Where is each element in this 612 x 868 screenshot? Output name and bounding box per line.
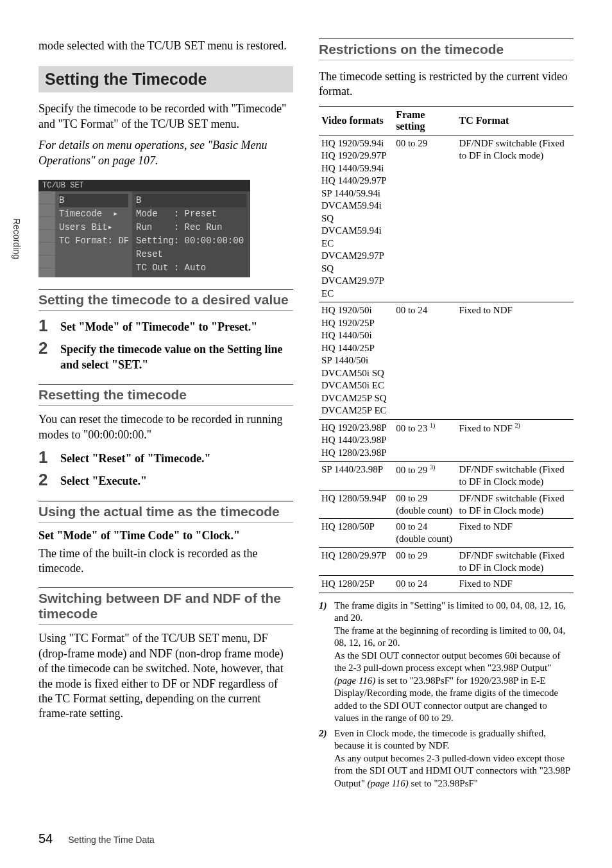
table-row: HQ 1280/50P00 to 24 (double count)Fixed … <box>319 519 574 548</box>
footnote-key: 2) <box>319 727 334 790</box>
step-number: 1 <box>38 317 60 334</box>
step: 1 Set "Mode" of "Timecode" to "Preset." <box>38 317 293 334</box>
side-tab-recording: Recording <box>12 218 22 259</box>
th-frame-setting: Frame setting <box>393 106 456 135</box>
format-entry: SP 1440/59.94i <box>321 187 391 200</box>
footnote-line: Even in Clock mode, the timecode is grad… <box>334 727 574 752</box>
cell-tc-format: DF/NDF switchable (Fixed to DF in Clock … <box>456 135 574 302</box>
cell-tc-format: Fixed to NDF <box>456 302 574 420</box>
footnote-line: The frame at the beginning of recording … <box>334 625 574 650</box>
cell-tc-format: DF/NDF switchable (Fixed to DF in Clock … <box>456 490 574 519</box>
left-column: mode selected with the TC/UB SET menu is… <box>38 39 293 790</box>
footnote: 2)Even in Clock mode, the timecode is gr… <box>319 727 574 790</box>
format-entry: HQ 1920/29.97P <box>321 150 391 162</box>
table-row: HQ 1920/23.98PHQ 1440/23.98PHQ 1280/23.9… <box>319 419 574 462</box>
format-entry: DVCAM59.94i SQ <box>321 200 391 225</box>
footnote-line: The frame digits in "Setting" is limited… <box>334 600 574 625</box>
cell-video-formats: HQ 1280/59.94P <box>319 490 393 519</box>
table-row: HQ 1280/59.94P00 to 29 (double count)DF/… <box>319 490 574 519</box>
step-text: Specify the timecode value on the Settin… <box>60 340 293 372</box>
lead-in-text: Specify the timecode to be recorded with… <box>38 101 293 132</box>
format-entry: HQ 1440/23.98P <box>321 434 391 447</box>
subhead-df-ndf: Switching between DF and NDF of the time… <box>38 587 293 625</box>
cell-frame-setting: 00 to 24 (double count) <box>393 519 456 548</box>
format-entry: HQ 1440/29.97P <box>321 175 391 187</box>
menu-title: TC/UB SET <box>38 180 250 191</box>
cell-video-formats: SP 1440/23.98P <box>319 462 393 490</box>
reset-text: You can reset the timecode to be recorde… <box>38 412 293 442</box>
step: 1 Select "Reset" of "Timecode." <box>38 449 293 466</box>
page-number: 54 <box>38 831 53 846</box>
timecode-table: Video formats Frame setting TC Format HQ… <box>319 106 574 593</box>
subhead-reset: Resetting the timecode <box>38 384 293 406</box>
menu-right-row: Run : Rec Run <box>136 221 246 234</box>
menu-right-row: Mode : Preset <box>136 207 246 221</box>
footnote-line: As the SDI OUT connector output becomes … <box>334 650 574 725</box>
cell-frame-setting: 00 to 29 <box>393 547 456 576</box>
content-columns: mode selected with the TC/UB SET menu is… <box>38 39 574 790</box>
steps-reset: 1 Select "Reset" of "Timecode." 2 Select… <box>38 449 293 489</box>
cell-tc-format: Fixed to NDF <box>456 576 574 593</box>
cell-frame-setting: 00 to 29 3) <box>393 462 456 490</box>
step-text: Select "Execute." <box>60 471 147 489</box>
table-row: HQ 1920/59.94iHQ 1920/29.97PHQ 1440/59.9… <box>319 135 574 302</box>
right-column: Restrictions on the timecode The timecod… <box>319 39 574 790</box>
th-tc-format: TC Format <box>456 106 574 135</box>
footnote-line: As any output becomes 2-3 pulled-down vi… <box>334 752 574 790</box>
heading-text: Setting the Timecode <box>45 70 207 88</box>
page-footer: 54 Setting the Time Data <box>38 831 155 846</box>
table-row: SP 1440/23.98P00 to 29 3)DF/NDF switchab… <box>319 462 574 490</box>
format-entry: DVCAM50i EC <box>321 379 391 392</box>
subhead-actual-time: Using the actual time as the timecode <box>38 501 293 523</box>
format-entry: HQ 1920/25P <box>321 317 391 330</box>
format-entry: HQ 1920/23.98P <box>321 422 391 435</box>
footnote-body: Even in Clock mode, the timecode is grad… <box>334 727 574 790</box>
cell-video-formats: HQ 1280/50P <box>319 519 393 548</box>
menu-body: B Timecode ▸ Users Bit▸ TC Format: DF B … <box>38 191 250 277</box>
step-text: Set "Mode" of "Timecode" to "Preset." <box>60 317 257 334</box>
restrictions-intro: The timecode setting is restricted by th… <box>319 69 574 100</box>
cell-video-formats: HQ 1920/50iHQ 1920/25PHQ 1440/50iHQ 1440… <box>319 302 393 420</box>
footnote-key: 1) <box>319 600 334 725</box>
format-entry: DVCAM25P SQ <box>321 392 391 405</box>
menu-right-pane: B Mode : Preset Run : Rec Run Setting: 0… <box>132 191 250 277</box>
cell-tc-format: Fixed to NDF <box>456 519 574 548</box>
format-entry: SP 1440/23.98P <box>321 464 391 476</box>
format-entry: DVCAM29.97P SQ <box>321 250 391 275</box>
menu-left-row: B <box>59 194 128 207</box>
format-entry: DVCAM25P EC <box>321 404 391 417</box>
cell-frame-setting: 00 to 29 (double count) <box>393 490 456 519</box>
cell-frame-setting: 00 to 29 <box>393 135 456 302</box>
page-ref: (page 116) <box>334 675 375 686</box>
menu-icon-strip <box>38 191 55 277</box>
menu-left-row: Timecode ▸ <box>59 207 128 221</box>
format-entry: HQ 1920/59.94i <box>321 137 391 150</box>
format-entry: HQ 1440/50i <box>321 329 391 342</box>
cell-frame-setting: 00 to 23 1) <box>393 419 456 462</box>
format-entry: DVCAM29.97P EC <box>321 275 391 300</box>
menu-right-row: Setting: 00:00:00:00 <box>136 234 246 248</box>
cell-tc-format: Fixed to NDF 2) <box>456 419 574 462</box>
menu-right-row: TC Out : Auto <box>136 261 246 275</box>
clock-text: The time of the built-in clock is record… <box>38 546 293 577</box>
superscript: 2) <box>515 422 520 429</box>
step-text: Select "Reset" of "Timecode." <box>60 449 211 466</box>
cell-tc-format: DF/NDF switchable (Fixed to DF in Clock … <box>456 547 574 576</box>
df-text: Using "TC Format" of the TC/UB SET menu,… <box>38 631 293 721</box>
page: Recording mode selected with the TC/UB S… <box>0 0 612 868</box>
cell-tc-format: DF/NDF switchable (Fixed to DF in Clock … <box>456 462 574 490</box>
footnote-body: The frame digits in "Setting" is limited… <box>334 600 574 725</box>
cell-frame-setting: 00 to 24 <box>393 302 456 420</box>
footer-title: Setting the Time Data <box>68 835 155 845</box>
cell-video-formats: HQ 1920/59.94iHQ 1920/29.97PHQ 1440/59.9… <box>319 135 393 302</box>
table-row: HQ 1280/29.97P00 to 29DF/NDF switchable … <box>319 547 574 576</box>
cell-video-formats: HQ 1280/25P <box>319 576 393 593</box>
format-entry: HQ 1280/59.94P <box>321 492 391 505</box>
subhead-restrictions: Restrictions on the timecode <box>319 39 574 60</box>
menu-left-row: Users Bit▸ <box>59 221 128 234</box>
format-entry: SP 1440/50i <box>321 354 391 367</box>
step: 2 Specify the timecode value on the Sett… <box>38 340 293 372</box>
superscript: 1) <box>430 422 435 429</box>
th-video-formats: Video formats <box>319 106 393 135</box>
format-entry: HQ 1440/59.94i <box>321 162 391 175</box>
